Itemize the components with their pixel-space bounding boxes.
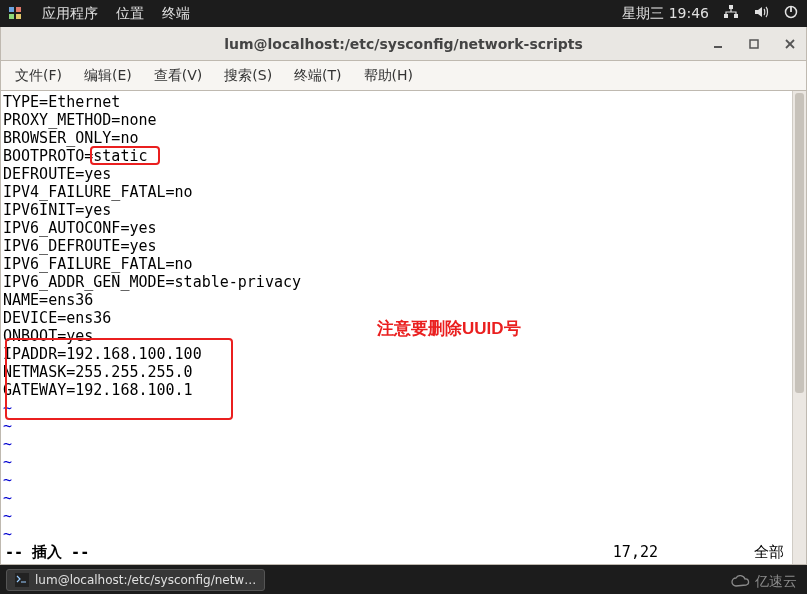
svg-rect-3: [16, 14, 21, 19]
svg-rect-10: [750, 40, 758, 48]
clock-label[interactable]: 星期三 19:46: [622, 5, 709, 23]
svg-rect-2: [9, 14, 14, 19]
svg-rect-13: [15, 573, 29, 587]
svg-rect-4: [729, 5, 733, 9]
network-icon[interactable]: [723, 4, 739, 23]
vim-status-line: -- 插入 -- 17,22 全部: [5, 543, 788, 562]
taskbar-terminal-item[interactable]: lum@localhost:/etc/sysconfig/netw…: [6, 569, 265, 591]
power-icon[interactable]: [783, 4, 799, 23]
svg-rect-0: [9, 7, 14, 12]
window-title-bar: lum@localhost:/etc/sysconfig/network-scr…: [0, 27, 807, 61]
taskbar-item-label: lum@localhost:/etc/sysconfig/netw…: [35, 573, 256, 587]
menu-terminal[interactable]: 终端: [162, 5, 190, 23]
menu-help[interactable]: 帮助(H): [356, 64, 421, 88]
watermark: 亿速云: [731, 573, 797, 591]
svg-rect-1: [16, 7, 21, 12]
minimize-button[interactable]: [706, 32, 730, 56]
menu-view[interactable]: 查看(V): [146, 64, 211, 88]
vim-scroll-percent: 全部: [754, 543, 784, 562]
annotation-uuid: 注意要删除UUID号: [377, 317, 521, 340]
activities-icon[interactable]: [8, 6, 24, 22]
svg-rect-5: [724, 14, 728, 18]
menu-bar: 文件(F) 编辑(E) 查看(V) 搜索(S) 终端(T) 帮助(H): [0, 61, 807, 91]
cloud-icon: [731, 575, 751, 589]
maximize-button[interactable]: [742, 32, 766, 56]
window-title: lum@localhost:/etc/sysconfig/network-scr…: [224, 36, 583, 52]
menu-places[interactable]: 位置: [116, 5, 144, 23]
menu-search[interactable]: 搜索(S): [216, 64, 280, 88]
menu-applications[interactable]: 应用程序: [42, 5, 98, 23]
close-button[interactable]: [778, 32, 802, 56]
volume-icon[interactable]: [753, 4, 769, 23]
watermark-text: 亿速云: [755, 573, 797, 591]
bottom-taskbar: lum@localhost:/etc/sysconfig/netw… 亿速云: [0, 565, 807, 594]
menu-file[interactable]: 文件(F): [7, 64, 70, 88]
svg-rect-6: [734, 14, 738, 18]
highlight-ip-block: [5, 338, 233, 420]
vim-cursor-position: 17,22: [613, 543, 658, 561]
menu-terminal-item[interactable]: 终端(T): [286, 64, 349, 88]
highlight-bootproto: [90, 146, 160, 165]
terminal-pane[interactable]: TYPE=EthernetPROXY_METHOD=noneBROWSER_ON…: [0, 91, 807, 565]
scrollbar-thumb[interactable]: [795, 93, 804, 393]
vertical-scrollbar[interactable]: [792, 91, 806, 564]
terminal-icon: [15, 573, 29, 587]
menu-edit[interactable]: 编辑(E): [76, 64, 140, 88]
gnome-top-panel: 应用程序 位置 终端 星期三 19:46: [0, 0, 807, 27]
vim-mode: -- 插入 --: [5, 543, 89, 562]
